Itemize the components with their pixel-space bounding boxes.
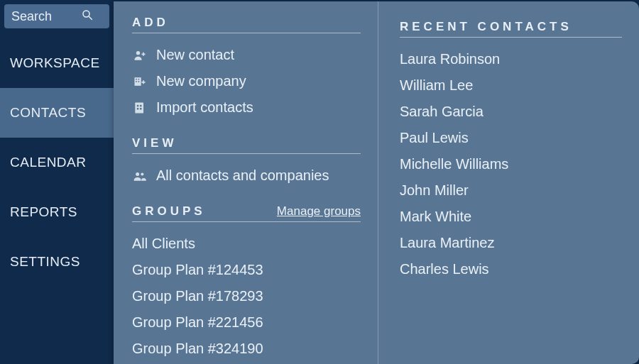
nav-item-settings[interactable]: SETTINGS: [0, 237, 114, 287]
group-item[interactable]: Group Plan #124453: [132, 257, 378, 283]
search-wrap: [0, 0, 114, 33]
menu-label: New contact: [156, 47, 234, 63]
recent-contact[interactable]: Paul Lewis: [400, 125, 622, 151]
recent-contact[interactable]: Sarah Garcia: [400, 99, 622, 125]
svg-line-1: [89, 16, 92, 20]
svg-rect-8: [135, 102, 143, 113]
svg-point-13: [136, 172, 139, 176]
group-item[interactable]: Group Plan #178293: [132, 283, 378, 309]
group-item[interactable]: Group Plan #324190: [132, 336, 378, 362]
svg-point-0: [83, 11, 89, 17]
svg-point-14: [141, 172, 143, 175]
search-input[interactable]: [11, 9, 75, 24]
section-title-groups: GROUPS: [132, 204, 206, 219]
import-contacts[interactable]: Import contacts: [132, 94, 378, 121]
app-root: WORKSPACE CONTACTS CALENDAR REPORTS SETT…: [0, 0, 639, 364]
flyout-left-column: ADD New contact New company: [114, 1, 378, 364]
nav-item-reports[interactable]: REPORTS: [0, 187, 114, 237]
groups-list: All Clients Group Plan #124453 Group Pla…: [132, 231, 378, 362]
search-box[interactable]: [4, 4, 109, 28]
group-item[interactable]: Group Plan #221456: [132, 309, 378, 336]
section-title-view: VIEW: [132, 136, 361, 154]
recent-contact[interactable]: Laura Robinson: [400, 46, 622, 72]
manage-groups-link[interactable]: Manage groups: [277, 204, 361, 219]
add-new-company[interactable]: New company: [132, 68, 378, 94]
nav-item-calendar[interactable]: CALENDAR: [0, 138, 114, 187]
recent-contact[interactable]: Laura Martinez: [400, 230, 622, 256]
nav-item-workspace[interactable]: WORKSPACE: [0, 38, 114, 88]
contacts-flyout: ADD New contact New company: [114, 1, 639, 364]
search-icon: [81, 9, 94, 24]
svg-rect-4: [136, 78, 137, 79]
menu-label: Import contacts: [156, 99, 253, 116]
svg-rect-6: [136, 81, 137, 82]
add-new-contact[interactable]: New contact: [132, 42, 378, 68]
add-list: New contact New company Import contacts: [132, 42, 378, 121]
people-icon: [132, 168, 148, 184]
section-title-recent: RECENT CONTACTS: [400, 20, 622, 38]
recent-contact[interactable]: Charles Lewis: [400, 256, 622, 282]
svg-rect-11: [137, 108, 139, 110]
view-list: All contacts and companies: [132, 162, 378, 189]
nav: WORKSPACE CONTACTS CALENDAR REPORTS SETT…: [0, 38, 114, 287]
recent-contact[interactable]: Mark White: [400, 204, 622, 230]
menu-label: New company: [156, 73, 246, 89]
import-icon: [132, 100, 148, 116]
svg-rect-10: [140, 104, 142, 106]
view-all-contacts[interactable]: All contacts and companies: [132, 162, 378, 189]
svg-rect-9: [137, 104, 139, 106]
svg-rect-12: [140, 108, 142, 110]
person-add-icon: [132, 48, 148, 63]
recent-contacts-list: Laura Robinson William Lee Sarah Garcia …: [400, 46, 622, 282]
flyout-right-column: RECENT CONTACTS Laura Robinson William L…: [378, 1, 639, 364]
recent-contact[interactable]: Michelle Williams: [400, 151, 622, 177]
section-title-add: ADD: [132, 16, 361, 33]
svg-rect-7: [138, 81, 140, 82]
section-title-groups-row: GROUPS Manage groups: [132, 204, 361, 222]
svg-point-2: [136, 51, 140, 55]
company-add-icon: [132, 74, 148, 89]
recent-contact[interactable]: William Lee: [400, 72, 622, 99]
svg-rect-5: [138, 78, 140, 79]
nav-item-contacts[interactable]: CONTACTS: [0, 88, 114, 138]
svg-rect-3: [135, 77, 141, 86]
sidebar: WORKSPACE CONTACTS CALENDAR REPORTS SETT…: [0, 0, 114, 364]
group-item[interactable]: All Clients: [132, 231, 378, 257]
menu-label: All contacts and companies: [156, 167, 329, 184]
recent-contact[interactable]: John Miller: [400, 177, 622, 204]
